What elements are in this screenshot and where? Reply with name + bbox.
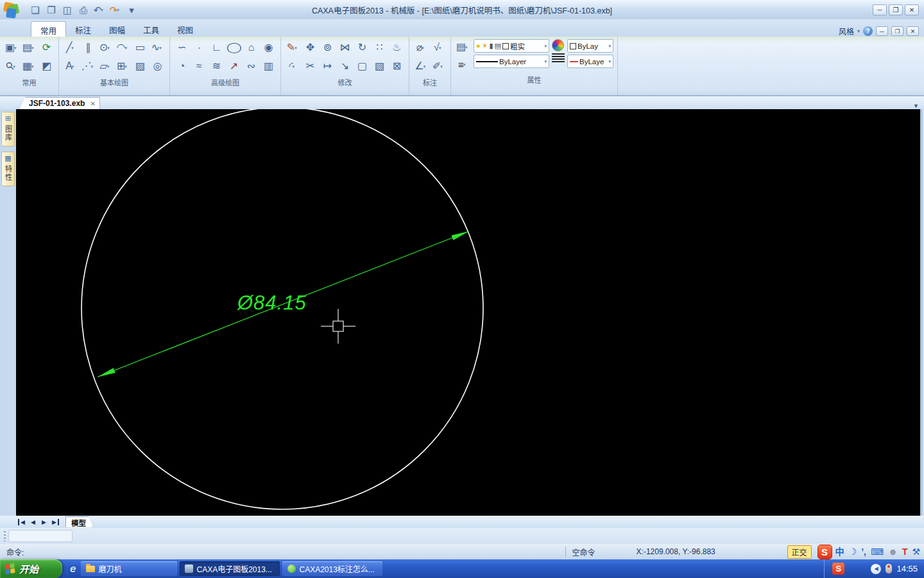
- tab-common[interactable]: 常用: [31, 21, 66, 37]
- sidebar-tab-properties[interactable]: ▦ 特性: [1, 152, 15, 186]
- formula-curve-icon[interactable]: ∟: [209, 40, 225, 55]
- move-icon[interactable]: ✥: [302, 40, 318, 55]
- contour-icon[interactable]: ∾: [243, 58, 259, 74]
- gear-icon[interactable]: ◉: [261, 40, 277, 55]
- dimension-icon[interactable]: ⌀▾: [413, 40, 429, 55]
- fillet-icon[interactable]: ◜▾: [285, 58, 301, 74]
- punctuation-icon[interactable]: ’,: [861, 547, 866, 556]
- image-icon-dropdown[interactable]: ▾: [31, 64, 36, 69]
- hatch-icon[interactable]: ▨: [132, 58, 148, 74]
- text-icon[interactable]: A▾: [63, 58, 79, 74]
- color-combo-arrow[interactable]: ▾: [608, 44, 611, 49]
- taskbar-button-browser[interactable]: CAXA2013标注怎么...: [282, 561, 382, 576]
- open-file-icon[interactable]: ❐: [44, 3, 58, 16]
- color-combo[interactable]: ByLay ▾: [567, 39, 613, 53]
- nav-first-icon[interactable]: ◀: [18, 519, 26, 525]
- partial-view-icon[interactable]: ◔: [174, 58, 190, 74]
- line-icon-dropdown[interactable]: ▾: [71, 46, 76, 50]
- delete-icon-dropdown[interactable]: ▾: [295, 46, 299, 50]
- lineweight-combo[interactable]: ByLaye ▾: [567, 55, 613, 68]
- point-line-icon[interactable]: ⋰▾: [80, 58, 96, 74]
- tab-dimension[interactable]: 标注: [66, 21, 100, 37]
- redo-icon[interactable]: ↷▾: [108, 3, 123, 16]
- ie-quick-launch-icon[interactable]: e: [70, 563, 76, 575]
- stretch-icon[interactable]: ↘: [337, 58, 353, 74]
- linewidth-icon[interactable]: ≡▾: [455, 57, 471, 72]
- arc-icon-dropdown[interactable]: ▾: [124, 46, 129, 50]
- nav-next-icon[interactable]: ▶: [40, 519, 48, 525]
- fillet-icon-dropdown[interactable]: ▾: [293, 64, 297, 69]
- polygon-icon[interactable]: ⌂: [243, 40, 259, 55]
- sidebar-tab-library[interactable]: ⊞ 图库: [1, 112, 15, 146]
- customize-qat-icon[interactable]: ▾: [124, 3, 139, 16]
- tray-collapse-icon[interactable]: ◀: [871, 564, 881, 574]
- document-tab[interactable]: JSF-01-103.exb ✕: [19, 97, 100, 109]
- design-library-icon[interactable]: ◩: [38, 58, 55, 74]
- layer-combo-arrow[interactable]: ▾: [544, 44, 547, 49]
- annotation-edit-icon-dropdown[interactable]: ▾: [440, 64, 445, 69]
- linetype-combo-arrow[interactable]: ▾: [544, 59, 547, 64]
- circle-icon[interactable]: ⊙▾: [98, 40, 114, 55]
- curve-icon[interactable]: ∽: [174, 40, 190, 55]
- arc-icon[interactable]: ◠▾: [115, 40, 131, 55]
- arrow-icon[interactable]: ↗: [226, 58, 242, 74]
- style-button[interactable]: 风格: [839, 26, 854, 37]
- image-icon[interactable]: ▦▾: [21, 58, 37, 74]
- copy-icon[interactable]: ▣▾: [4, 40, 20, 55]
- extend-icon[interactable]: ↦: [320, 58, 336, 74]
- coordinate-dimension-icon[interactable]: ∠▾: [413, 58, 429, 74]
- app-logo-icon[interactable]: [4, 2, 21, 19]
- doc-restore-button[interactable]: ❐: [891, 26, 903, 36]
- frame-select-icon[interactable]: ▢: [354, 58, 370, 74]
- restore-button[interactable]: ❐: [889, 4, 903, 15]
- paste-icon[interactable]: ▤▾: [21, 40, 37, 55]
- copy-object-icon[interactable]: ⊚: [320, 40, 336, 55]
- layer-combo[interactable]: ● ☀ ▮ ▤ 粗实 ▾: [474, 39, 549, 53]
- explode-icon[interactable]: ⊠: [389, 58, 405, 74]
- close-button[interactable]: ✕: [905, 4, 919, 15]
- trim-icon[interactable]: ✂: [302, 58, 318, 74]
- new-file-icon[interactable]: ❏: [28, 3, 42, 16]
- tab-list-dropdown-icon[interactable]: ▼: [913, 103, 924, 109]
- spline-icon-dropdown[interactable]: ▾: [159, 46, 164, 50]
- tab-sheet[interactable]: 图幅: [100, 21, 134, 37]
- command-history-box[interactable]: [8, 530, 73, 542]
- help-icon[interactable]: ?: [863, 26, 873, 36]
- chinese-mode-icon[interactable]: 中: [835, 547, 844, 556]
- color-wheel-icon[interactable]: [552, 39, 564, 51]
- table-icon-dropdown[interactable]: ▾: [124, 64, 129, 69]
- line-icon[interactable]: ╱▾: [63, 40, 79, 55]
- undo-icon[interactable]: ↶▾: [92, 3, 107, 16]
- undo-icon-dropdown[interactable]: ▾: [101, 8, 105, 12]
- taskbar-button-caxa[interactable]: CAXA电子图板2013...: [180, 561, 280, 576]
- dimension-text[interactable]: Ø84.15: [237, 292, 307, 314]
- nav-last-icon[interactable]: ▶: [51, 519, 59, 525]
- skin-icon[interactable]: T: [902, 547, 908, 556]
- coordinate-dimension-icon-dropdown[interactable]: ▾: [424, 64, 428, 69]
- wave-line-icon[interactable]: ≈: [191, 58, 207, 74]
- ortho-mode-button[interactable]: 正交: [787, 545, 812, 559]
- mirror-icon[interactable]: ⋈: [337, 40, 353, 55]
- delete-icon[interactable]: ✎▾: [285, 40, 301, 55]
- style-dropdown-icon[interactable]: ▾: [857, 28, 860, 34]
- check-dimension-icon-dropdown[interactable]: ▾: [439, 46, 443, 50]
- model-tab[interactable]: 模型: [65, 516, 93, 527]
- layer-settings-icon[interactable]: ▤▾: [455, 39, 471, 55]
- redo-icon-dropdown[interactable]: ▾: [117, 8, 121, 12]
- hole-shaft-icon[interactable]: ▥: [261, 58, 277, 74]
- mouse-tray-icon[interactable]: [886, 564, 892, 574]
- tools-icon[interactable]: ⚒: [912, 547, 920, 556]
- ole-refresh-icon[interactable]: ⟳: [38, 40, 55, 55]
- parallel-line-icon[interactable]: ∥: [80, 40, 96, 55]
- rotate-icon[interactable]: ↻: [354, 40, 370, 55]
- block-edit-icon[interactable]: ▧: [372, 58, 388, 74]
- taskbar-button-folder[interactable]: 磨刀机: [81, 561, 177, 576]
- block-icon-dropdown[interactable]: ▾: [107, 64, 112, 69]
- document-tab-close-icon[interactable]: ✕: [90, 100, 95, 107]
- linetype-combo[interactable]: ByLayer ▾: [474, 55, 549, 68]
- start-button[interactable]: 开始: [0, 559, 62, 578]
- tab-view[interactable]: 视图: [168, 21, 202, 37]
- drawing-canvas[interactable]: Ø84.15: [16, 109, 920, 516]
- minimize-button[interactable]: ─: [873, 4, 887, 15]
- array-icon[interactable]: ∷: [372, 40, 388, 55]
